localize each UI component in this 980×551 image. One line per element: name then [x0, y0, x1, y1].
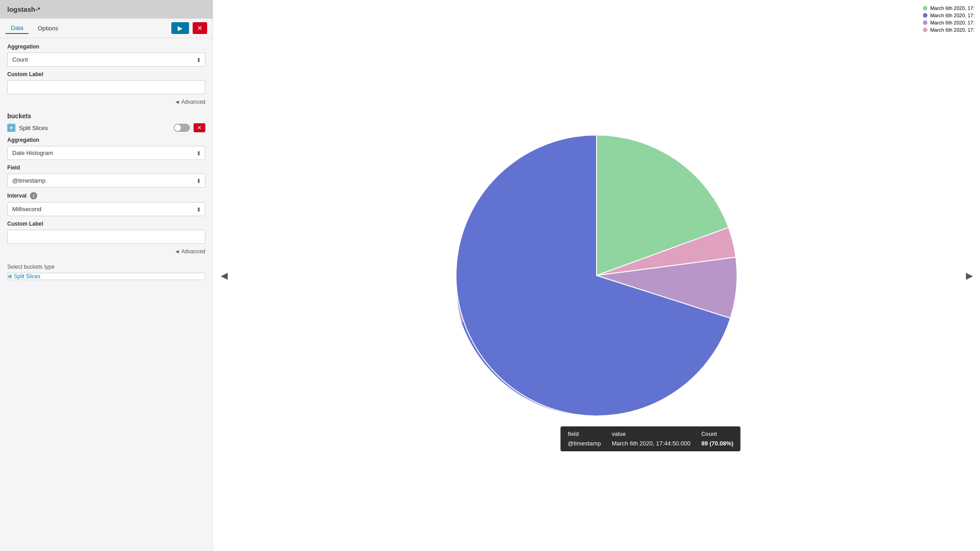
field-select-wrapper: @timestamp ⬍	[7, 174, 205, 188]
advanced-link-2[interactable]: ◄ Advanced	[7, 248, 205, 255]
interval-row: Interval i Auto Millisecond Second Minut…	[7, 192, 205, 216]
chart-nav-right[interactable]: ▶	[962, 268, 976, 283]
close-button[interactable]: ✕	[193, 22, 207, 34]
left-panel: logstash-* Data Options ▶ ✕ Aggregation …	[0, 0, 213, 551]
tabs-row: Data Options ▶ ✕	[0, 19, 213, 38]
split-agg-row: Aggregation Date Histogram Terms Filters…	[7, 137, 205, 160]
custom-label2-label: Custom Label	[7, 221, 205, 227]
interval-select-wrapper: Auto Millisecond Second Minute Hour Day …	[7, 202, 205, 216]
field-row: Field @timestamp ⬍	[7, 164, 205, 188]
chevron-icon: ▼	[7, 124, 15, 132]
interval-select[interactable]: Auto Millisecond Second Minute Hour Day	[8, 203, 205, 216]
right-panel: ◀ ▶ March 6th 2020, 17: March 6th 2020, …	[213, 0, 980, 551]
tab-options[interactable]: Options	[32, 23, 63, 34]
split-slices-row: ▼ Split Slices ✕	[7, 123, 205, 132]
interval-label: Interval i	[7, 192, 205, 199]
custom-label-label: Custom Label	[7, 71, 205, 77]
aggregation-row: Aggregation Count Average Sum Min Max ⬍	[7, 44, 205, 67]
select-buckets-section: Select buckets type ⊕ Split Slices	[7, 264, 205, 280]
aggregation-label: Aggregation	[7, 44, 205, 50]
add-sub-bucket-wrapper: ⊕ Split Slices	[7, 273, 205, 280]
add-sub-bucket-link[interactable]: ⊕ Split Slices	[8, 273, 205, 280]
interval-info-icon: i	[30, 192, 37, 199]
buckets-title: buckets	[7, 112, 31, 120]
split-agg-label: Aggregation	[7, 137, 205, 143]
buckets-header: buckets	[7, 112, 205, 120]
custom-label-row: Custom Label	[7, 71, 205, 94]
chart-nav-left[interactable]: ◀	[217, 268, 231, 283]
aggregation-select-wrapper: Count Average Sum Min Max ⬍	[7, 53, 205, 67]
remove-split-button[interactable]: ✕	[194, 123, 205, 132]
split-agg-select-wrapper: Date Histogram Terms Filters Range ⬍	[7, 146, 205, 160]
custom-label2-input[interactable]	[7, 230, 205, 244]
split-slices-label: Split Slices	[19, 125, 170, 131]
field-select[interactable]: @timestamp	[8, 174, 205, 187]
custom-label-input[interactable]	[7, 80, 205, 94]
select-buckets-title: Select buckets type	[7, 264, 205, 270]
panel-content: Aggregation Count Average Sum Min Max ⬍ …	[0, 38, 213, 285]
split-slices-toggle[interactable]	[174, 124, 190, 132]
pie-chart-container	[213, 0, 980, 551]
run-button[interactable]: ▶	[171, 22, 189, 34]
aggregation-select[interactable]: Count Average Sum Min Max	[8, 53, 205, 66]
tab-data[interactable]: Data	[5, 23, 29, 34]
custom-label2-row: Custom Label	[7, 221, 205, 244]
split-agg-select[interactable]: Date Histogram Terms Filters Range	[8, 146, 205, 160]
field-label: Field	[7, 164, 205, 171]
panel-title: logstash-*	[0, 0, 213, 19]
advanced-link-1[interactable]: ◄ Advanced	[7, 99, 205, 105]
pie-chart	[442, 121, 751, 430]
